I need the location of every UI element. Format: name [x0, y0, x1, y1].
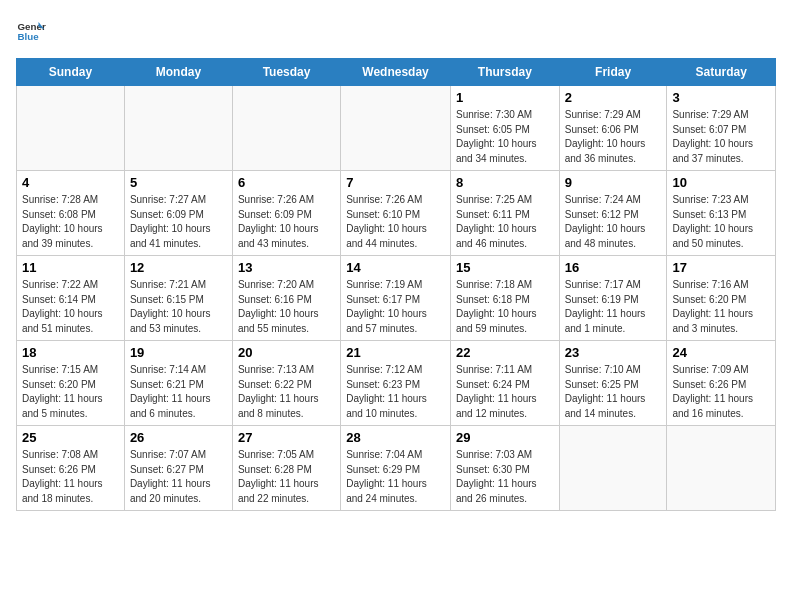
day-number: 26 — [130, 430, 227, 445]
calendar-table: SundayMondayTuesdayWednesdayThursdayFrid… — [16, 58, 776, 511]
calendar-header-row: SundayMondayTuesdayWednesdayThursdayFrid… — [17, 59, 776, 86]
day-info: Sunrise: 7:26 AM Sunset: 6:09 PM Dayligh… — [238, 193, 335, 251]
calendar-cell — [124, 86, 232, 171]
calendar-week-3: 11Sunrise: 7:22 AM Sunset: 6:14 PM Dayli… — [17, 256, 776, 341]
day-info: Sunrise: 7:16 AM Sunset: 6:20 PM Dayligh… — [672, 278, 770, 336]
calendar-cell: 26Sunrise: 7:07 AM Sunset: 6:27 PM Dayli… — [124, 426, 232, 511]
calendar-cell: 12Sunrise: 7:21 AM Sunset: 6:15 PM Dayli… — [124, 256, 232, 341]
day-info: Sunrise: 7:04 AM Sunset: 6:29 PM Dayligh… — [346, 448, 445, 506]
day-info: Sunrise: 7:17 AM Sunset: 6:19 PM Dayligh… — [565, 278, 662, 336]
day-header-monday: Monday — [124, 59, 232, 86]
calendar-cell: 13Sunrise: 7:20 AM Sunset: 6:16 PM Dayli… — [232, 256, 340, 341]
day-info: Sunrise: 7:22 AM Sunset: 6:14 PM Dayligh… — [22, 278, 119, 336]
calendar-cell: 14Sunrise: 7:19 AM Sunset: 6:17 PM Dayli… — [341, 256, 451, 341]
calendar-cell: 23Sunrise: 7:10 AM Sunset: 6:25 PM Dayli… — [559, 341, 667, 426]
day-header-tuesday: Tuesday — [232, 59, 340, 86]
day-number: 12 — [130, 260, 227, 275]
day-info: Sunrise: 7:29 AM Sunset: 6:07 PM Dayligh… — [672, 108, 770, 166]
calendar-cell: 2Sunrise: 7:29 AM Sunset: 6:06 PM Daylig… — [559, 86, 667, 171]
calendar-cell: 6Sunrise: 7:26 AM Sunset: 6:09 PM Daylig… — [232, 171, 340, 256]
day-number: 1 — [456, 90, 554, 105]
calendar-cell: 25Sunrise: 7:08 AM Sunset: 6:26 PM Dayli… — [17, 426, 125, 511]
calendar-cell: 10Sunrise: 7:23 AM Sunset: 6:13 PM Dayli… — [667, 171, 776, 256]
calendar-cell: 1Sunrise: 7:30 AM Sunset: 6:05 PM Daylig… — [450, 86, 559, 171]
calendar-week-4: 18Sunrise: 7:15 AM Sunset: 6:20 PM Dayli… — [17, 341, 776, 426]
calendar-cell: 7Sunrise: 7:26 AM Sunset: 6:10 PM Daylig… — [341, 171, 451, 256]
day-number: 23 — [565, 345, 662, 360]
calendar-body: 1Sunrise: 7:30 AM Sunset: 6:05 PM Daylig… — [17, 86, 776, 511]
day-info: Sunrise: 7:09 AM Sunset: 6:26 PM Dayligh… — [672, 363, 770, 421]
svg-text:Blue: Blue — [18, 31, 40, 42]
calendar-cell: 28Sunrise: 7:04 AM Sunset: 6:29 PM Dayli… — [341, 426, 451, 511]
calendar-cell — [232, 86, 340, 171]
day-number: 14 — [346, 260, 445, 275]
day-number: 15 — [456, 260, 554, 275]
day-number: 24 — [672, 345, 770, 360]
day-header-wednesday: Wednesday — [341, 59, 451, 86]
day-info: Sunrise: 7:21 AM Sunset: 6:15 PM Dayligh… — [130, 278, 227, 336]
calendar-cell: 22Sunrise: 7:11 AM Sunset: 6:24 PM Dayli… — [450, 341, 559, 426]
calendar-week-1: 1Sunrise: 7:30 AM Sunset: 6:05 PM Daylig… — [17, 86, 776, 171]
calendar-cell — [341, 86, 451, 171]
day-info: Sunrise: 7:11 AM Sunset: 6:24 PM Dayligh… — [456, 363, 554, 421]
day-number: 2 — [565, 90, 662, 105]
calendar-cell: 18Sunrise: 7:15 AM Sunset: 6:20 PM Dayli… — [17, 341, 125, 426]
day-number: 19 — [130, 345, 227, 360]
day-number: 4 — [22, 175, 119, 190]
day-info: Sunrise: 7:29 AM Sunset: 6:06 PM Dayligh… — [565, 108, 662, 166]
day-number: 27 — [238, 430, 335, 445]
calendar-cell: 20Sunrise: 7:13 AM Sunset: 6:22 PM Dayli… — [232, 341, 340, 426]
day-number: 17 — [672, 260, 770, 275]
logo-icon: General Blue — [16, 16, 46, 46]
calendar-cell — [667, 426, 776, 511]
day-info: Sunrise: 7:28 AM Sunset: 6:08 PM Dayligh… — [22, 193, 119, 251]
day-number: 28 — [346, 430, 445, 445]
day-info: Sunrise: 7:13 AM Sunset: 6:22 PM Dayligh… — [238, 363, 335, 421]
day-number: 9 — [565, 175, 662, 190]
calendar-cell: 8Sunrise: 7:25 AM Sunset: 6:11 PM Daylig… — [450, 171, 559, 256]
day-number: 6 — [238, 175, 335, 190]
day-number: 18 — [22, 345, 119, 360]
day-number: 21 — [346, 345, 445, 360]
day-info: Sunrise: 7:03 AM Sunset: 6:30 PM Dayligh… — [456, 448, 554, 506]
calendar-cell: 16Sunrise: 7:17 AM Sunset: 6:19 PM Dayli… — [559, 256, 667, 341]
calendar-cell: 29Sunrise: 7:03 AM Sunset: 6:30 PM Dayli… — [450, 426, 559, 511]
day-number: 10 — [672, 175, 770, 190]
day-number: 25 — [22, 430, 119, 445]
calendar-cell: 24Sunrise: 7:09 AM Sunset: 6:26 PM Dayli… — [667, 341, 776, 426]
day-info: Sunrise: 7:15 AM Sunset: 6:20 PM Dayligh… — [22, 363, 119, 421]
calendar-cell: 27Sunrise: 7:05 AM Sunset: 6:28 PM Dayli… — [232, 426, 340, 511]
day-info: Sunrise: 7:20 AM Sunset: 6:16 PM Dayligh… — [238, 278, 335, 336]
calendar-week-5: 25Sunrise: 7:08 AM Sunset: 6:26 PM Dayli… — [17, 426, 776, 511]
calendar-cell: 9Sunrise: 7:24 AM Sunset: 6:12 PM Daylig… — [559, 171, 667, 256]
day-info: Sunrise: 7:25 AM Sunset: 6:11 PM Dayligh… — [456, 193, 554, 251]
calendar-cell: 17Sunrise: 7:16 AM Sunset: 6:20 PM Dayli… — [667, 256, 776, 341]
day-number: 20 — [238, 345, 335, 360]
day-info: Sunrise: 7:14 AM Sunset: 6:21 PM Dayligh… — [130, 363, 227, 421]
day-info: Sunrise: 7:10 AM Sunset: 6:25 PM Dayligh… — [565, 363, 662, 421]
day-number: 5 — [130, 175, 227, 190]
day-header-friday: Friday — [559, 59, 667, 86]
day-header-sunday: Sunday — [17, 59, 125, 86]
calendar-cell: 5Sunrise: 7:27 AM Sunset: 6:09 PM Daylig… — [124, 171, 232, 256]
day-info: Sunrise: 7:23 AM Sunset: 6:13 PM Dayligh… — [672, 193, 770, 251]
svg-text:General: General — [18, 21, 47, 32]
day-number: 22 — [456, 345, 554, 360]
day-info: Sunrise: 7:18 AM Sunset: 6:18 PM Dayligh… — [456, 278, 554, 336]
day-info: Sunrise: 7:30 AM Sunset: 6:05 PM Dayligh… — [456, 108, 554, 166]
logo: General Blue — [16, 16, 50, 46]
calendar-cell: 11Sunrise: 7:22 AM Sunset: 6:14 PM Dayli… — [17, 256, 125, 341]
day-info: Sunrise: 7:12 AM Sunset: 6:23 PM Dayligh… — [346, 363, 445, 421]
day-info: Sunrise: 7:24 AM Sunset: 6:12 PM Dayligh… — [565, 193, 662, 251]
calendar-week-2: 4Sunrise: 7:28 AM Sunset: 6:08 PM Daylig… — [17, 171, 776, 256]
header: General Blue — [16, 16, 776, 46]
day-number: 8 — [456, 175, 554, 190]
day-header-saturday: Saturday — [667, 59, 776, 86]
day-info: Sunrise: 7:26 AM Sunset: 6:10 PM Dayligh… — [346, 193, 445, 251]
day-number: 3 — [672, 90, 770, 105]
calendar-cell: 21Sunrise: 7:12 AM Sunset: 6:23 PM Dayli… — [341, 341, 451, 426]
day-number: 13 — [238, 260, 335, 275]
day-info: Sunrise: 7:05 AM Sunset: 6:28 PM Dayligh… — [238, 448, 335, 506]
calendar-cell: 19Sunrise: 7:14 AM Sunset: 6:21 PM Dayli… — [124, 341, 232, 426]
calendar-cell — [17, 86, 125, 171]
